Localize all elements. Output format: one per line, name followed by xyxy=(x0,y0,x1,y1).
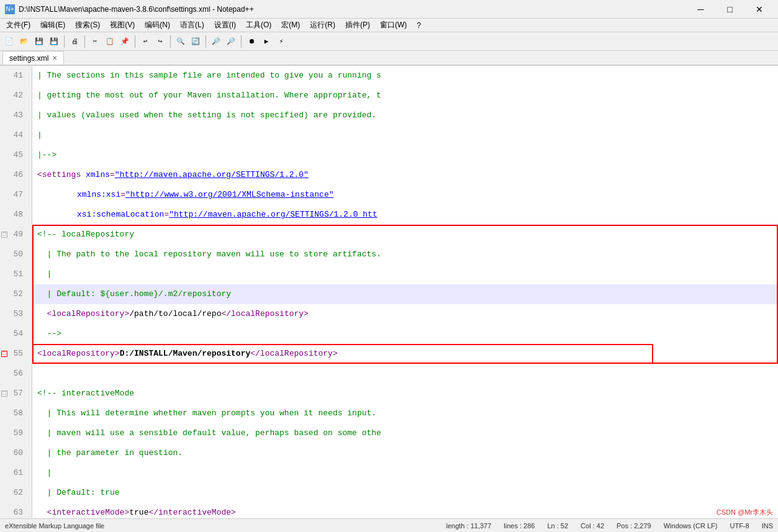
toolbar-sep-4 xyxy=(170,35,171,48)
tab-settings-xml[interactable]: settings.xml ✕ xyxy=(2,51,64,65)
redo-button[interactable]: ↪ xyxy=(153,35,167,48)
code-line-62[interactable]: | Default: true xyxy=(32,483,778,503)
code-line-54[interactable]: --> xyxy=(32,324,778,344)
menu-plugin[interactable]: 插件(P) xyxy=(342,19,374,32)
code-line-46[interactable]: <settings xmlns="http://maven.apache.org… xyxy=(32,165,778,185)
tab-close-icon[interactable]: ✕ xyxy=(52,55,57,61)
menu-language[interactable]: 语言(L) xyxy=(176,19,208,32)
menu-help[interactable]: ? xyxy=(413,20,425,31)
gutter-59: 59 xyxy=(0,423,28,443)
save-button[interactable]: 💾 xyxy=(32,35,46,48)
gutter-62: 62 xyxy=(0,483,28,503)
menu-macro[interactable]: 宏(M) xyxy=(278,19,304,32)
code-line-58[interactable]: | This will determine whether maven prom… xyxy=(32,404,778,423)
cut-button[interactable]: ✂ xyxy=(88,35,102,48)
macro-run-button[interactable]: ⚡ xyxy=(274,35,288,48)
gutter-41: 41 xyxy=(0,66,28,86)
find-button[interactable]: 🔍 xyxy=(174,35,188,48)
code-line-44[interactable]: | xyxy=(32,125,778,145)
gutter-49: □ 49 xyxy=(0,225,28,245)
status-length: length : 11,377 xyxy=(446,522,492,530)
gutter-50: 50 xyxy=(0,245,28,264)
editor-content: 41 42 43 44 45 46 47 48 □ 49 50 51 52 53… xyxy=(0,66,778,518)
code-line-42[interactable]: | getting the most out of your Maven ins… xyxy=(32,86,778,106)
macro-play-button[interactable]: ▶ xyxy=(260,35,273,48)
paste-button[interactable]: 📌 xyxy=(118,35,132,48)
code-line-55[interactable]: <localRepository>D:/INSTALL/Maven/reposi… xyxy=(32,344,778,364)
toolbar-sep-6 xyxy=(241,35,242,48)
code-line-52[interactable]: | Default: ${user.home}/.m2/repository xyxy=(32,284,778,304)
menu-file[interactable]: 文件(F) xyxy=(2,19,34,32)
code-line-43[interactable]: | values (values used when the setting i… xyxy=(32,106,778,125)
status-bar: eXtensible Markup Language file length :… xyxy=(0,518,778,532)
zoom-out-button[interactable]: 🔎 xyxy=(224,35,238,48)
gutter-63: 63 xyxy=(0,503,28,518)
gutter-46: 46 xyxy=(0,165,28,185)
code-line-41[interactable]: | The sections in this sample file are i… xyxy=(32,66,778,86)
save-all-button[interactable]: 💾 xyxy=(47,35,61,48)
status-lines: lines : 286 xyxy=(504,522,535,530)
code-area[interactable]: | The sections in this sample file are i… xyxy=(32,66,778,518)
fold-49[interactable]: □ xyxy=(1,232,7,238)
menu-tools[interactable]: 工具(O) xyxy=(242,19,275,32)
code-line-45[interactable]: |--> xyxy=(32,145,778,165)
gutter-61: 61 xyxy=(0,463,28,483)
gutter-52: 52 xyxy=(0,284,28,304)
window-title: D:\INSTALL\Maven\apache-maven-3.8.6\conf… xyxy=(19,5,254,14)
undo-button[interactable]: ↩ xyxy=(138,35,152,48)
gutter-47: 47 xyxy=(0,185,28,205)
code-line-60[interactable]: | the parameter in question. xyxy=(32,443,778,463)
lines-container: | The sections in this sample file are i… xyxy=(32,66,778,518)
gutter-54: 54 xyxy=(0,324,28,344)
toolbar-sep-1 xyxy=(64,35,65,48)
menu-window[interactable]: 窗口(W) xyxy=(376,19,410,32)
code-line-47[interactable]: xmlns:xsi="http://www.w3.org/2001/XMLSch… xyxy=(32,185,778,205)
code-line-48[interactable]: xsi:schemaLocation="http://maven.apache.… xyxy=(32,205,778,225)
menu-run[interactable]: 运行(R) xyxy=(306,19,339,32)
close-button[interactable]: ✕ xyxy=(745,0,773,19)
menu-bar: 文件(F) 编辑(E) 搜索(S) 视图(V) 编码(N) 语言(L) 设置(I… xyxy=(0,19,778,32)
gutter-57: □ 57 xyxy=(0,384,28,404)
gutter-43: 43 xyxy=(0,106,28,125)
toolbar-sep-3 xyxy=(135,35,135,48)
menu-view[interactable]: 视图(V) xyxy=(106,19,138,32)
copy-button[interactable]: 📋 xyxy=(103,35,117,48)
toolbar-sep-5 xyxy=(206,35,206,48)
maximize-button[interactable]: □ xyxy=(716,0,744,19)
code-line-59[interactable]: | maven will use a sensible default valu… xyxy=(32,423,778,443)
print-button[interactable]: 🖨 xyxy=(68,35,81,48)
code-line-63[interactable]: <interactiveMode>true</interactiveMode> xyxy=(32,503,778,518)
code-line-56[interactable] xyxy=(32,364,778,384)
gutter-56: 56 xyxy=(0,364,28,384)
fold-57[interactable]: □ xyxy=(1,390,7,397)
status-ins: INS xyxy=(762,522,773,530)
code-line-57[interactable]: <!-- interactiveMode xyxy=(32,384,778,404)
gutter-42: 42 xyxy=(0,86,28,106)
status-right: length : 11,377 lines : 286 Ln : 52 Col … xyxy=(446,522,773,530)
gutter-45: 45 xyxy=(0,145,28,165)
fold-55[interactable]: □ xyxy=(1,351,7,357)
status-pos: Pos : 2,279 xyxy=(617,522,651,530)
zoom-in-button[interactable]: 🔎 xyxy=(209,35,223,48)
gutter-51: 51 xyxy=(0,264,28,284)
code-line-53[interactable]: <localRepository>/path/to/local/repo</lo… xyxy=(32,304,778,324)
menu-search[interactable]: 搜索(S) xyxy=(71,19,104,32)
gutter-53: 53 xyxy=(0,304,28,324)
open-button[interactable]: 📂 xyxy=(17,35,31,48)
macro-rec-button[interactable]: ⏺ xyxy=(245,35,258,48)
tab-label: settings.xml xyxy=(9,54,48,63)
code-line-51[interactable]: | xyxy=(32,264,778,284)
code-line-61[interactable]: | xyxy=(32,463,778,483)
menu-settings[interactable]: 设置(I) xyxy=(210,19,240,32)
code-line-50[interactable]: | The path to the local repository maven… xyxy=(32,245,778,264)
menu-encode[interactable]: 编码(N) xyxy=(141,19,174,32)
status-ln: Ln : 52 xyxy=(547,522,568,530)
minimize-button[interactable]: ─ xyxy=(687,0,715,19)
replace-button[interactable]: 🔄 xyxy=(189,35,202,48)
gutter-58: 58 xyxy=(0,404,28,423)
file-type-label: eXtensible Markup Language file xyxy=(5,522,104,530)
gutter-44: 44 xyxy=(0,125,28,145)
new-button[interactable]: 📄 xyxy=(2,35,16,48)
menu-edit[interactable]: 编辑(E) xyxy=(37,19,69,32)
code-line-49[interactable]: <!-- localRepository xyxy=(32,225,778,245)
